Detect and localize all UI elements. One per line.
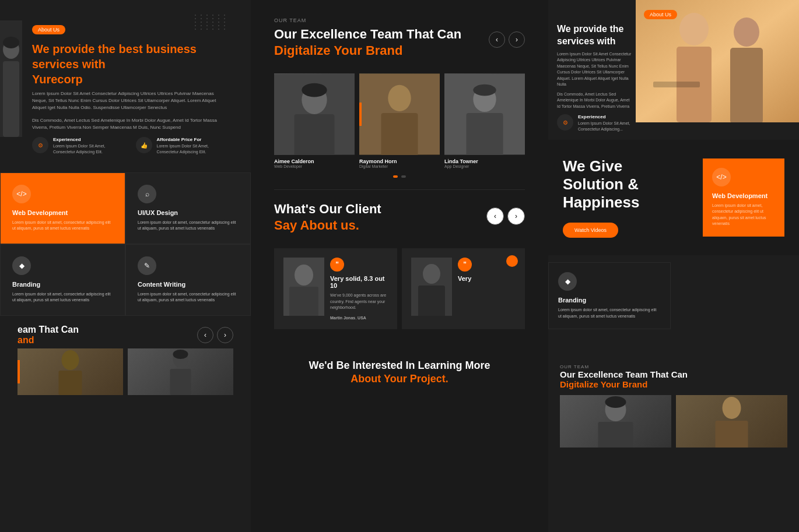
right-about-badge-container: About Us [644, 8, 677, 26]
right-about-badge: About Us [644, 10, 677, 19]
quote-icon-0: " [330, 258, 344, 272]
team-card-img-0 [274, 73, 355, 155]
feature-affordable: 👍 Affordable Price For Lorem Ipsum Dolor… [136, 137, 228, 155]
svg-point-4 [62, 350, 79, 370]
left-bottom-next-btn[interactable]: › [217, 327, 233, 343]
team-member-name-1: Raymond Horn [359, 158, 440, 164]
service-icon-branding: ◆ [12, 256, 31, 275]
team-section: OUR TEAM Our Excellence Team That Can Di… [251, 0, 548, 189]
right-branding-desc: Lorem ipsum dolor sit amet, consectetur … [558, 307, 661, 319]
testimonial-text-0: We've 9,000 agents across are country. F… [330, 293, 388, 311]
dot-inactive [401, 175, 406, 178]
service-card-webdev: </> Web Development Lorem ipsum dolor si… [0, 172, 125, 244]
team-member-role-2: App Designer [444, 164, 525, 168]
center-orange-accent [359, 103, 362, 126]
left-heading: We provide the best business services wi… [32, 41, 227, 87]
service-icon-webdev: </> [12, 185, 31, 203]
service-title-0: Web Development [12, 209, 113, 216]
team-section-label: OUR TEAM [274, 17, 525, 23]
team-section-title: Our Excellence Team That Can [274, 27, 461, 42]
testimonial-author-0: Martin Jonas, USA [330, 316, 388, 320]
testimonial-next-btn[interactable]: › [507, 207, 525, 225]
team-nav-arrows: ‹ › [489, 31, 525, 48]
service-desc-0: Lorem ipsum dolor sit amet, consectetur … [12, 220, 113, 232]
right-body-2: Dis Commodo, Amet Lectus Sed Amelenique … [557, 91, 633, 110]
left-panel: About Us We provide the best business se… [0, 0, 251, 532]
left-person-image [0, 20, 22, 137]
left-bottom-team-cards [0, 348, 251, 395]
svg-rect-30 [730, 48, 763, 122]
right-feature-title: Experienced [578, 114, 633, 119]
right-service-desc-0: Lorem ipsum dolor sit amet, consectetur … [712, 203, 775, 227]
watch-videos-btn[interactable]: Watch Videos [563, 223, 618, 238]
testimonial-person-1 [411, 258, 452, 316]
service-title-2: Branding [12, 281, 113, 288]
testimonial-rating-1: Very [458, 275, 516, 282]
team-card-img-1 [359, 73, 440, 155]
svg-point-35 [723, 397, 741, 419]
team-card-1: Raymond Horn Digital Marketer [359, 73, 440, 168]
right-team-title-orange: Digitalize Your Brand [560, 379, 688, 389]
testimonial-prev-btn[interactable]: ‹ [486, 207, 504, 225]
svg-rect-12 [295, 114, 335, 155]
left-bottom-team-orange: and [17, 335, 79, 346]
svg-rect-31 [653, 82, 700, 87]
left-body-text-2: Dis Commodo, Amet Lectus Sed Amelenique … [32, 117, 227, 131]
right-panel: About Us We provide the services with Lo… [548, 0, 799, 532]
team-prev-btn[interactable]: ‹ [489, 31, 505, 48]
service-desc-1: Lorem ipsum dolor sit amet, consectetur … [138, 220, 239, 232]
right-service-icon: </> [712, 168, 731, 186]
left-bottom-arrows: ‹ › [197, 327, 233, 343]
svg-point-21 [295, 265, 313, 286]
left-bottom-team-header: eam That Can and ‹ › [0, 316, 251, 348]
cta-title-orange: About Your Project. [274, 373, 525, 385]
service-icon-uiux: ⌕ [138, 185, 156, 203]
svg-rect-25 [418, 286, 445, 316]
svg-point-33 [605, 396, 626, 408]
testimonial-rating-0: Very solid, 8.3 out 10 [330, 275, 388, 289]
team-member-role-0: Web Developer [274, 164, 355, 168]
left-services-grid: </> Web Development Lorem ipsum dolor si… [0, 172, 251, 316]
team-card-0: Aimee Calderon Web Developer [274, 73, 355, 168]
right-text-content: We provide the services with Lorem Ipsum… [548, 17, 642, 138]
svg-rect-3 [3, 61, 19, 137]
left-team-card-1 [17, 348, 123, 395]
testimonial-person-0 [283, 258, 324, 316]
service-title-3: Content Writing [138, 281, 239, 288]
right-top-image: About Us [636, 0, 799, 122]
service-title-1: UI/UX Design [138, 209, 239, 216]
team-cards-container: Aimee Calderon Web Developer Raymond Hor… [274, 73, 525, 168]
give-solution-title: We Give Solution & Happiness [563, 157, 640, 212]
team-card-img-2 [444, 73, 525, 155]
feature-title-1: Affordable Price For [157, 137, 228, 142]
testimonial-cards: " Very solid, 8.3 out 10 We've 9,000 age… [274, 248, 525, 329]
team-next-btn[interactable]: › [509, 31, 525, 48]
testimonial-content-1: " Very [458, 258, 516, 320]
svg-rect-8 [170, 369, 191, 395]
testimonial-title-orange: Say About us. [274, 218, 381, 233]
right-bottom-team-card-0 [560, 395, 671, 448]
orange-dot-accent [506, 255, 518, 267]
left-about-badge: About Us [32, 25, 65, 34]
feature-experienced: ⚙ Experienced Lorem Ipsum Dolor Sit Amet… [32, 137, 124, 155]
feature-desc-0: Lorem Ipsum Dolor Sit Amet, Consectetur … [53, 143, 124, 155]
left-bottom-team-title: eam That Can [17, 325, 79, 335]
give-solution-section: We Give Solution & Happiness Watch Video… [548, 140, 799, 255]
right-heading: We provide the services with [557, 23, 633, 48]
service-icon-content: ✎ [138, 256, 156, 275]
feature-icon-gear: ⚙ [32, 137, 48, 153]
svg-rect-36 [716, 421, 748, 448]
right-bottom-team-cards [560, 395, 787, 448]
svg-point-14 [388, 85, 411, 111]
right-bottom-team-card-1 [676, 395, 787, 448]
quote-icon-1: " [458, 258, 472, 272]
right-bottom-team: OUR TEAM Our Excellence Team That Can Di… [548, 355, 799, 456]
service-desc-3: Lorem ipsum dolor sit amet, consectetur … [138, 291, 239, 304]
center-panel: OUR TEAM Our Excellence Team That Can Di… [251, 0, 548, 532]
left-bottom-prev-btn[interactable]: ‹ [197, 327, 213, 343]
right-branding-card: ◆ Branding Lorem ipsum dolor sit amet, c… [548, 262, 671, 329]
carousel-dots [274, 175, 525, 178]
svg-point-7 [173, 350, 188, 359]
team-card-2: Linda Towner App Designer [444, 73, 525, 168]
team-member-role-1: Digital Marketer [359, 164, 440, 168]
